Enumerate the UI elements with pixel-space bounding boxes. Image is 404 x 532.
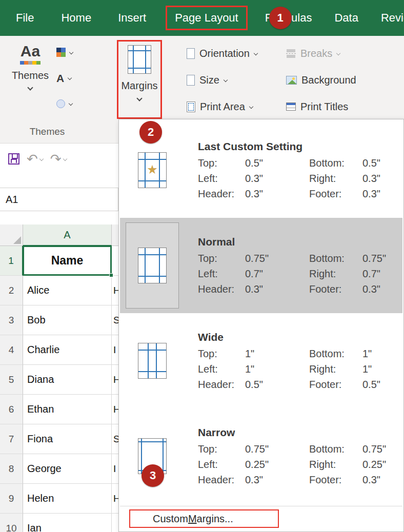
- label-header: Header:: [198, 379, 245, 391]
- margin-option-last-custom-setting[interactable]: ★ Last Custom Setting Top:0.5"Bottom:0.5…: [120, 122, 402, 218]
- cell-a2[interactable]: Alice: [23, 276, 112, 305]
- cell-a3[interactable]: Bob: [23, 305, 112, 335]
- select-all-corner[interactable]: [0, 224, 23, 246]
- margin-option-title: Wide: [198, 331, 402, 343]
- themes-icon: Aa: [20, 42, 41, 65]
- tab-formulas[interactable]: Formulas 1: [254, 0, 324, 36]
- value-left: 0.25": [245, 459, 309, 470]
- value-top: 1": [245, 348, 309, 360]
- themes-button-label: Themes: [12, 70, 49, 81]
- value-header: 0.5": [245, 379, 309, 391]
- label-left: Left:: [198, 459, 245, 470]
- chevron-down-icon: [69, 101, 73, 106]
- print-titles-button[interactable]: Print Titles: [286, 97, 348, 116]
- cell-a5[interactable]: Diana: [23, 365, 112, 395]
- row-header-6[interactable]: 6: [0, 395, 23, 424]
- row-header-5[interactable]: 5: [0, 365, 23, 395]
- margin-values: Top:1"Bottom:1" Left:1"Right:1" Header:0…: [198, 348, 402, 391]
- value-footer: 0.3": [362, 283, 402, 295]
- margin-option-title: Narrow: [198, 426, 402, 439]
- custom-margins-menu-item[interactable]: Custom Margins...: [129, 509, 279, 528]
- theme-colors-icon: [56, 48, 66, 57]
- row-header-10[interactable]: 10: [0, 514, 23, 532]
- label-right: Right:: [309, 459, 362, 470]
- margin-option-narrow[interactable]: Narrow Top:0.75"Bottom:0.75" Left:0.25"R…: [120, 408, 402, 504]
- orientation-button[interactable]: Orientation: [187, 44, 257, 63]
- cell-a1-selected[interactable]: Name: [23, 246, 112, 276]
- label-top: Top:: [198, 348, 245, 360]
- orientation-icon: [187, 48, 195, 59]
- size-icon: [187, 75, 195, 86]
- redo-button[interactable]: ↷: [50, 152, 67, 166]
- size-button[interactable]: Size: [187, 71, 227, 89]
- cell-a4[interactable]: Charlie: [23, 335, 112, 365]
- value-footer: 0.3": [362, 474, 402, 486]
- cell-a10[interactable]: Ian: [23, 514, 112, 532]
- chevron-down-icon: [336, 51, 340, 55]
- margin-option-title: Normal: [198, 236, 402, 248]
- value-header: 0.3": [245, 188, 309, 200]
- save-icon[interactable]: [8, 153, 19, 165]
- row-header-4[interactable]: 4: [0, 335, 23, 365]
- value-bottom: 0.5": [362, 157, 402, 169]
- tab-home[interactable]: Home: [48, 0, 105, 36]
- star-icon: ★: [147, 162, 158, 177]
- row-header-1[interactable]: 1: [0, 246, 23, 276]
- tab-data[interactable]: Data: [323, 0, 369, 36]
- background-button[interactable]: Background: [286, 71, 356, 89]
- fill-handle[interactable]: [109, 273, 113, 277]
- wide-margins-icon: [138, 343, 167, 379]
- annotation-step-1-badge: 1: [269, 7, 292, 29]
- theme-colors-button[interactable]: [53, 42, 81, 63]
- row-header-3[interactable]: 3: [0, 305, 23, 335]
- orientation-label: Orientation: [199, 48, 250, 59]
- value-right: 0.3": [362, 173, 402, 185]
- custom-margins-label-suffix: argins...: [197, 513, 233, 525]
- themes-button[interactable]: Aa Themes: [8, 41, 52, 122]
- margin-option-wide[interactable]: Wide Top:1"Bottom:1" Left:1"Right:1" Hea…: [120, 313, 402, 408]
- chevron-down-icon: [224, 78, 228, 82]
- row-header-8[interactable]: 8: [0, 454, 23, 484]
- tab-file[interactable]: File: [0, 0, 48, 36]
- theme-fonts-icon: A: [56, 73, 64, 84]
- chevron-down-icon: [254, 51, 258, 55]
- print-titles-label: Print Titles: [300, 101, 348, 113]
- column-a-header[interactable]: A: [23, 224, 112, 246]
- menu-separator: [120, 506, 402, 506]
- cell-a7[interactable]: Fiona: [23, 424, 112, 454]
- value-top: 0.5": [245, 157, 309, 169]
- cell-a6[interactable]: Ethan: [23, 395, 112, 424]
- value-right: 0.7": [362, 268, 402, 280]
- cell-a9[interactable]: Helen: [23, 484, 112, 514]
- row-header-2[interactable]: 2: [0, 276, 23, 305]
- theme-effects-icon: [56, 99, 65, 108]
- tab-page-layout[interactable]: Page Layout: [166, 6, 248, 30]
- normal-margins-icon: [138, 248, 167, 283]
- themes-group-label: Themes: [16, 126, 78, 137]
- theme-effects-button[interactable]: [53, 93, 81, 114]
- undo-button[interactable]: ↶: [27, 152, 43, 166]
- value-header: 0.3": [245, 474, 309, 486]
- value-footer: 0.3": [362, 188, 402, 200]
- row-header-9[interactable]: 9: [0, 484, 23, 514]
- label-footer: Footer:: [309, 283, 362, 295]
- print-area-button[interactable]: Print Area: [187, 97, 253, 116]
- value-bottom: 0.75": [362, 443, 402, 455]
- margins-button[interactable]: Margins: [117, 40, 162, 119]
- row-header-7[interactable]: 7: [0, 424, 23, 454]
- theme-fonts-button[interactable]: A: [53, 68, 81, 88]
- print-area-label: Print Area: [200, 101, 245, 113]
- label-top: Top:: [198, 253, 245, 264]
- breaks-button[interactable]: Breaks: [286, 44, 340, 63]
- annotation-step-2-badge: 2: [139, 121, 162, 144]
- margin-option-normal[interactable]: Normal Top:0.75"Bottom:0.75" Left:0.7"Ri…: [120, 218, 402, 313]
- custom-margins-accelerator: M: [188, 513, 197, 525]
- cell-a8[interactable]: George: [23, 454, 112, 484]
- name-box[interactable]: A1: [0, 188, 118, 211]
- tab-insert[interactable]: Insert: [105, 0, 159, 36]
- margin-option-title: Last Custom Setting: [198, 140, 402, 153]
- label-header: Header:: [198, 283, 245, 295]
- tab-review[interactable]: Review: [370, 0, 404, 36]
- tab-page-layout-label: Page Layout: [175, 11, 238, 25]
- background-label: Background: [301, 74, 356, 86]
